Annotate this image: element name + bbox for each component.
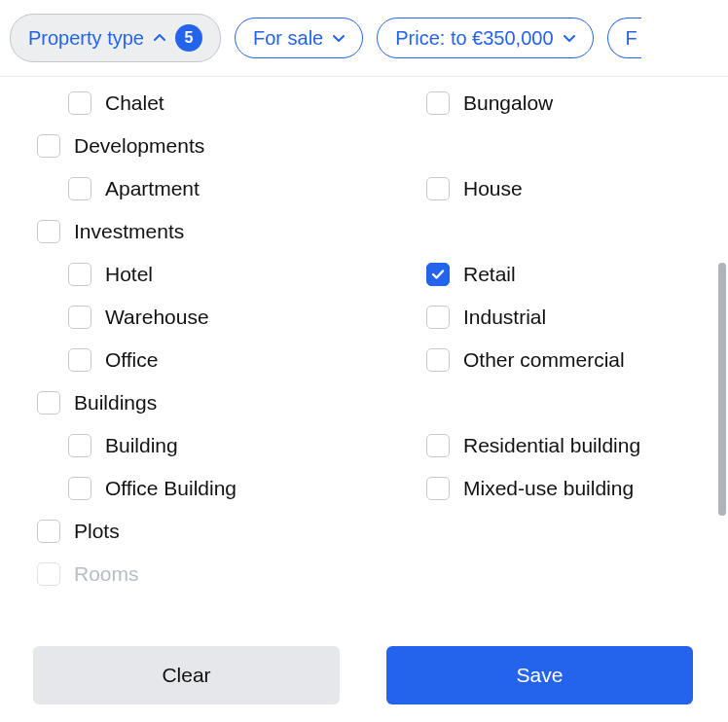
- option-row-chalet: Chalet: [10, 82, 358, 125]
- checkbox-apartment[interactable]: [68, 177, 91, 200]
- checkbox-plots[interactable]: [37, 520, 60, 543]
- clear-button[interactable]: Clear: [33, 646, 340, 704]
- option-label: Hotel: [105, 263, 153, 286]
- property-type-dropdown: ChaletBungalowDevelopmentsApartmentHouse…: [10, 78, 716, 722]
- group-label: Rooms: [74, 562, 139, 586]
- option-label: Building: [105, 434, 178, 457]
- option-row-residential-building: Residential building: [368, 424, 716, 467]
- children-grid: HotelRetailWarehouseIndustrialOfficeOthe…: [10, 253, 716, 381]
- checkbox-house[interactable]: [426, 177, 450, 200]
- group-label: Developments: [74, 134, 204, 158]
- option-label: Office Building: [105, 477, 237, 500]
- children-grid: BuildingResidential buildingOffice Build…: [10, 424, 716, 510]
- options-list: ChaletBungalowDevelopmentsApartmentHouse…: [10, 78, 716, 632]
- option-label: Retail: [463, 263, 516, 286]
- children-grid: ApartmentHouse: [10, 167, 716, 210]
- price-label: Price: to €350,000: [395, 28, 553, 48]
- chevron-up-icon: [154, 32, 165, 44]
- checkbox-industrial[interactable]: [426, 306, 450, 329]
- group-row-buildings: Buildings: [10, 381, 716, 424]
- checkbox-investments[interactable]: [37, 220, 60, 243]
- option-label: Office: [105, 348, 158, 372]
- checkbox-developments[interactable]: [37, 134, 60, 158]
- checkbox-hotel[interactable]: [68, 263, 91, 286]
- for-sale-label: For sale: [253, 28, 323, 48]
- group-label: Investments: [74, 220, 184, 243]
- option-row-hotel: Hotel: [10, 253, 358, 296]
- checkbox-mixed-use-building[interactable]: [426, 477, 450, 500]
- group-label: Buildings: [74, 391, 157, 415]
- option-row-mixed-use-building: Mixed-use building: [368, 467, 716, 510]
- option-row-warehouse: Warehouse: [10, 296, 358, 339]
- group-label: Plots: [74, 520, 120, 543]
- property-type-filter[interactable]: Property type 5: [10, 14, 221, 62]
- option-row-other-commercial: Other commercial: [368, 339, 716, 381]
- option-label: Industrial: [463, 306, 546, 329]
- save-button[interactable]: Save: [386, 646, 693, 704]
- property-type-badge: 5: [175, 24, 202, 52]
- checkbox-office-building[interactable]: [68, 477, 91, 500]
- option-label: Warehouse: [105, 306, 209, 329]
- option-row-bungalow: Bungalow: [368, 82, 716, 125]
- option-row-office: Office: [10, 339, 358, 381]
- option-row-building: Building: [10, 424, 358, 467]
- group-row-rooms: Rooms: [10, 553, 716, 596]
- option-label: Chalet: [105, 91, 164, 115]
- option-label: Mixed-use building: [463, 477, 634, 500]
- property-type-label: Property type: [28, 28, 144, 48]
- option-row-apartment: Apartment: [10, 167, 358, 210]
- option-label: Residential building: [463, 434, 640, 457]
- option-row-retail: Retail: [368, 253, 716, 296]
- price-filter[interactable]: Price: to €350,000: [377, 18, 593, 58]
- dropdown-footer: Clear Save: [10, 632, 716, 722]
- option-label: Apartment: [105, 177, 200, 200]
- checkbox-buildings[interactable]: [37, 391, 60, 415]
- scrollbar[interactable]: [718, 263, 726, 516]
- option-label: Other commercial: [463, 348, 625, 372]
- checkbox-rooms: [37, 562, 60, 586]
- option-label: Bungalow: [463, 91, 553, 115]
- option-row-industrial: Industrial: [368, 296, 716, 339]
- checkbox-office[interactable]: [68, 348, 91, 372]
- checkbox-warehouse[interactable]: [68, 306, 91, 329]
- for-sale-filter[interactable]: For sale: [235, 18, 363, 58]
- chevron-down-icon: [564, 32, 575, 44]
- option-row-house: House: [368, 167, 716, 210]
- option-label: House: [463, 177, 523, 200]
- checkbox-chalet[interactable]: [68, 91, 91, 115]
- group-row-investments: Investments: [10, 210, 716, 253]
- checkbox-bungalow[interactable]: [426, 91, 450, 115]
- checkbox-building[interactable]: [68, 434, 91, 457]
- checkbox-residential-building[interactable]: [426, 434, 450, 457]
- children-grid: ChaletBungalow: [10, 82, 716, 125]
- cutoff-label: F: [626, 28, 637, 48]
- group-row-developments: Developments: [10, 125, 716, 167]
- checkbox-other-commercial[interactable]: [426, 348, 450, 372]
- group-row-plots: Plots: [10, 510, 716, 553]
- cutoff-filter[interactable]: F: [607, 18, 641, 58]
- checkbox-retail[interactable]: [426, 263, 450, 286]
- filter-bar: Property type 5 For sale Price: to €350,…: [0, 0, 728, 77]
- option-row-office-building: Office Building: [10, 467, 358, 510]
- chevron-down-icon: [333, 32, 345, 44]
